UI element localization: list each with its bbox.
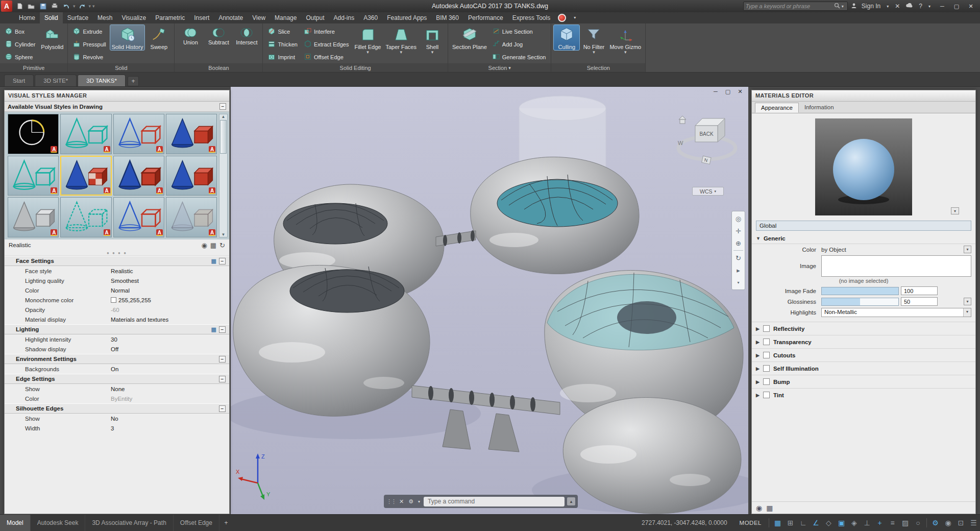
- panel-label-boolean[interactable]: Boolean: [175, 63, 262, 72]
- tab-visualize[interactable]: Visualize: [117, 12, 151, 23]
- visual-style-shaded[interactable]: A: [166, 114, 217, 154]
- collapse-button[interactable]: −: [219, 326, 226, 333]
- visual-style-shades-blue[interactable]: A: [166, 156, 217, 196]
- visual-style-hidden[interactable]: A: [113, 114, 164, 154]
- export-style-icon[interactable]: ▦: [210, 242, 216, 249]
- dynamic-input-icon[interactable]: +: [873, 515, 886, 531]
- drawing-restore-button[interactable]: ▢: [724, 88, 732, 95]
- new-drawing-tab-button[interactable]: +: [128, 76, 139, 86]
- setting-row[interactable]: BackgroundsOn: [5, 364, 229, 374]
- isometric-drafting-icon[interactable]: ◇: [822, 515, 835, 531]
- styles-scrollbar[interactable]: ▲ ▼: [219, 114, 228, 237]
- command-input[interactable]: [424, 497, 565, 506]
- autocad-logo-icon[interactable]: A: [1, 1, 12, 12]
- orbit-icon[interactable]: ↻: [732, 252, 745, 264]
- tab-featured-apps[interactable]: Featured Apps: [382, 12, 431, 23]
- search-icon[interactable]: [834, 3, 840, 10]
- apply-style-icon[interactable]: ◉: [201, 242, 207, 249]
- extrude-button[interactable]: Extrude: [70, 25, 108, 38]
- collapse-button[interactable]: −: [219, 376, 226, 382]
- visual-style-conceptual[interactable]: A: [60, 114, 111, 154]
- layout-tab-model[interactable]: Model: [0, 515, 31, 531]
- tab-home[interactable]: Home: [14, 12, 40, 23]
- panel-label-section[interactable]: Section ▾: [448, 63, 551, 72]
- sweep-button[interactable]: Sweep: [146, 25, 172, 50]
- viewcube[interactable]: W N BACK: [674, 108, 740, 180]
- drawing-viewport[interactable]: ─ ▢ ✕ W N BACK WCS ▾ ◎ ✛ ⊕ ↻ ▸ ▾ Z X: [231, 87, 748, 514]
- tab-addins[interactable]: Add-ins: [329, 12, 359, 23]
- snap-toggle-icon[interactable]: ⊞: [784, 515, 797, 531]
- setting-row[interactable]: Material displayMaterials and textures: [5, 315, 229, 324]
- panel-label-selection[interactable]: Selection: [551, 63, 645, 72]
- cylinder-button[interactable]: Cylinder: [3, 38, 38, 51]
- tab-insert[interactable]: Insert: [189, 12, 214, 23]
- setting-row[interactable]: Width3: [5, 423, 229, 433]
- chevron-down-icon[interactable]: ▾: [431, 50, 434, 54]
- visual-style-xray[interactable]: A: [166, 197, 217, 237]
- material-name-field[interactable]: Global: [756, 221, 971, 231]
- redo-dropdown-icon[interactable]: ▾: [89, 4, 91, 9]
- image-slot[interactable]: [821, 255, 971, 277]
- chevron-down-icon[interactable]: ▾: [593, 50, 595, 54]
- setting-row[interactable]: Highlight intensity30: [5, 334, 229, 344]
- command-close-icon[interactable]: ✕: [398, 498, 405, 505]
- union-button[interactable]: Union: [177, 25, 204, 45]
- box-button[interactable]: Box: [3, 25, 38, 38]
- tab-bim360[interactable]: BIM 360: [431, 12, 463, 23]
- search-dropdown-icon[interactable]: ▾: [840, 4, 845, 9]
- section-tint[interactable]: ▶ Tint: [752, 388, 975, 401]
- polysolid-button[interactable]: Polysolid: [39, 25, 65, 50]
- collapse-button[interactable]: −: [219, 405, 226, 412]
- material-preview[interactable]: [815, 118, 912, 215]
- culling-button[interactable]: Culling: [554, 25, 579, 50]
- color-dropdown-icon[interactable]: ▾: [964, 246, 971, 253]
- dynamic-ucs-icon[interactable]: ⊥: [861, 515, 873, 531]
- undo-dropdown-icon[interactable]: ▾: [73, 4, 76, 9]
- visual-style-wireframe[interactable]: A: [113, 197, 164, 237]
- section-transparency[interactable]: ▶ Transparency: [752, 335, 975, 348]
- edge-settings-header[interactable]: Edge Settings −: [5, 374, 229, 384]
- glossiness-value[interactable]: 50: [901, 297, 938, 306]
- collapse-button[interactable]: −: [219, 103, 226, 110]
- object-snap-icon[interactable]: ▣: [835, 515, 848, 531]
- exchange-apps-icon[interactable]: ✕: [893, 3, 901, 10]
- move-gizmo-button[interactable]: Move Gizmo ▾: [608, 25, 643, 54]
- help-dropdown-icon[interactable]: ▾: [927, 4, 932, 9]
- polar-tracking-icon[interactable]: ∠: [810, 515, 822, 531]
- wcs-dropdown[interactable]: WCS ▾: [692, 187, 724, 196]
- expand-icon[interactable]: ▶: [756, 340, 760, 345]
- offset-edge-button[interactable]: Offset Edge: [302, 51, 351, 63]
- panel-label-solid-editing[interactable]: Solid Editing: [263, 63, 448, 72]
- bump-checkbox[interactable]: [763, 378, 770, 385]
- visual-style-shaded-with-edges[interactable]: A: [113, 156, 164, 196]
- palette-splitter[interactable]: ● ● ● ●: [5, 251, 229, 256]
- tab-annotate[interactable]: Annotate: [214, 12, 248, 23]
- viewcube-home-icon[interactable]: [679, 116, 686, 124]
- extract-edges-button[interactable]: Extract Edges: [302, 38, 351, 51]
- workspace-switching-icon[interactable]: ⚙: [929, 515, 942, 531]
- face-settings-header[interactable]: Face Settings ▦ −: [5, 256, 229, 266]
- imprint-button[interactable]: Imprint: [265, 51, 300, 63]
- material-browser-icon[interactable]: ▦: [766, 504, 773, 512]
- customization-menu-icon[interactable]: ☰: [967, 515, 980, 531]
- sphere-button[interactable]: Sphere: [3, 51, 38, 63]
- layout-tab-autodesk-seek[interactable]: Autodesk Seek: [31, 515, 86, 531]
- grid-toggle-icon[interactable]: ▦: [771, 515, 784, 531]
- collapse-button[interactable]: −: [219, 258, 226, 264]
- revolve-button[interactable]: Revolve: [70, 51, 108, 63]
- undo-icon[interactable]: [61, 1, 71, 11]
- panel-label-solid[interactable]: Solid: [68, 63, 174, 72]
- visual-style-2d-wireframe[interactable]: A: [8, 114, 59, 154]
- ortho-toggle-icon[interactable]: ∟: [797, 515, 810, 531]
- command-grip-icon[interactable]: ⋮⋮: [386, 498, 396, 505]
- visual-style-realistic-selected[interactable]: A: [60, 156, 111, 196]
- scroll-down-icon[interactable]: ▼: [222, 232, 226, 237]
- preview-options-icon[interactable]: ▾: [951, 207, 959, 214]
- compass-west-label[interactable]: W: [678, 140, 683, 146]
- no-filter-button[interactable]: No Filter ▾: [581, 25, 606, 54]
- sign-in-label[interactable]: Sign In: [860, 3, 882, 10]
- thicken-button[interactable]: Thicken: [265, 38, 300, 51]
- live-section-button[interactable]: Live Section: [490, 25, 549, 38]
- section-reflectivity[interactable]: ▶ Reflectivity: [752, 322, 975, 335]
- pan-icon[interactable]: ✛: [732, 225, 745, 237]
